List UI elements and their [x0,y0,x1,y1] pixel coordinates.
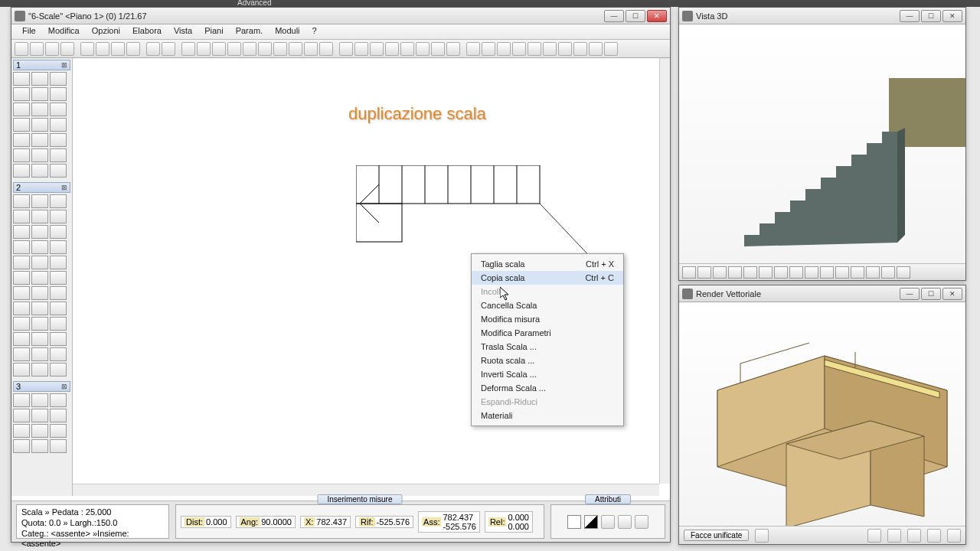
tg2-tool-13[interactable] [31,256,48,269]
tg2-tool-28[interactable] [31,332,48,346]
tg1-tool-5[interactable] [50,87,67,101]
tg2-tool-21[interactable] [13,302,30,315]
ctx-item-4[interactable]: Modifica misura [472,312,623,326]
tg1-tool-15[interactable] [13,148,30,162]
tg2-tool-16[interactable] [31,271,48,285]
vista3d-tool-4[interactable] [743,266,757,279]
tg1-tool-2[interactable] [50,72,67,86]
toolbar-btn-24[interactable] [400,42,414,56]
minimize-button[interactable]: — [604,10,624,22]
main-titlebar[interactable]: "6-Scale" <Piano 1> (0) 1/21.67 — ☐ ✕ [11,8,670,24]
attr-btn-3[interactable] [635,515,648,529]
tg2-tool-32[interactable] [50,347,67,361]
maximize-button[interactable]: ☐ [626,10,645,22]
menu-vista[interactable]: Vista [168,24,198,39]
toolbar-btn-9[interactable] [162,42,175,56]
tg1-tool-16[interactable] [31,148,48,162]
render-close[interactable]: ✕ [942,288,962,300]
tg2-tool-20[interactable] [50,286,67,300]
tg2-tool-9[interactable] [13,240,30,254]
vista3d-close[interactable]: ✕ [942,10,962,22]
ctx-item-0[interactable]: Taglia scalaCtrl + X [472,257,623,271]
render-btn-4[interactable] [907,529,921,543]
tg2-tool-22[interactable] [31,302,48,315]
render-faces-button[interactable]: Facce unificate [684,530,749,541]
tg1-tool-8[interactable] [50,103,67,116]
toolbar-btn-4[interactable] [80,42,94,56]
tg2-tool-10[interactable] [31,240,48,254]
toolbar-btn-18[interactable] [304,42,318,56]
ctx-item-7[interactable]: Ruota scala ... [472,354,623,367]
tg2-tool-11[interactable] [50,240,67,254]
toolbar-btn-28[interactable] [466,42,480,56]
ctx-item-6[interactable]: Trasla Scala ... [472,340,623,354]
attr-color-split[interactable] [584,515,598,529]
tg2-tool-27[interactable] [13,332,30,346]
ctx-item-11[interactable]: Materiali [472,409,623,422]
toolbar-btn-11[interactable] [197,42,211,56]
vista3d-tool-8[interactable] [805,266,818,279]
tg2-tool-35[interactable] [50,363,67,377]
render-maximize[interactable]: ☐ [921,288,941,300]
tg3-tool-3[interactable] [13,409,30,422]
toolbar-btn-12[interactable] [212,42,226,56]
tg2-tool-30[interactable] [13,347,30,361]
toolbar-btn-6[interactable] [111,42,125,56]
render-btn-6[interactable] [947,529,961,543]
tg1-tool-4[interactable] [31,87,48,101]
canvas-vscrollbar[interactable] [659,58,670,484]
toolbar-btn-33[interactable] [543,42,557,56]
vista3d-tool-1[interactable] [697,266,711,279]
render-btn-3[interactable] [887,529,901,543]
tg2-tool-14[interactable] [50,256,67,269]
tg1-tool-9[interactable] [13,118,30,132]
tg3-tool-1[interactable] [31,393,48,407]
vista3d-tool-11[interactable] [851,266,864,279]
tg2-tool-15[interactable] [13,271,30,285]
tg2-tool-7[interactable] [31,225,48,239]
tg1-tool-19[interactable] [31,164,48,178]
tg3-tool-7[interactable] [31,424,48,438]
toolbar-btn-5[interactable] [96,42,109,56]
tg2-tool-8[interactable] [50,225,67,239]
tg2-tool-5[interactable] [50,210,67,223]
tg1-tool-18[interactable] [13,164,30,178]
toolbar-btn-35[interactable] [573,42,587,56]
toolgroup-3-header[interactable]: 3⊠ [13,381,70,392]
ctx-item-3[interactable]: Cancella Scala [472,298,623,312]
toolbar-btn-34[interactable] [558,42,572,56]
ctx-item-8[interactable]: Inverti Scala ... [472,367,623,381]
tg2-tool-29[interactable] [50,332,67,346]
menu-piani[interactable]: Piani [198,24,229,39]
vista3d-maximize[interactable]: ☐ [921,10,941,22]
tg2-tool-1[interactable] [31,194,48,208]
toolgroup-2-header[interactable]: 2⊠ [13,182,70,193]
toolbar-btn-17[interactable] [289,42,302,56]
toolbar-btn-19[interactable] [319,42,333,56]
menubar[interactable]: File Modifica Opzioni Elabora Vista Pian… [11,24,670,40]
tg2-tool-2[interactable] [50,194,67,208]
render-btn-2[interactable] [867,529,881,543]
render-btn-5[interactable] [927,529,941,543]
tg1-tool-0[interactable] [13,72,30,86]
toolbar-btn-7[interactable] [126,42,140,56]
toolbar-btn-30[interactable] [497,42,511,56]
vista3d-tool-14[interactable] [897,266,910,279]
toolbar-btn-23[interactable] [385,42,399,56]
tg3-tool-6[interactable] [13,424,30,438]
toolbar-btn-10[interactable] [181,42,195,56]
toolbar-btn-8[interactable] [146,42,160,56]
vista3d-tool-2[interactable] [713,266,727,279]
toolbar-btn-0[interactable] [15,42,28,56]
toolbar-btn-31[interactable] [512,42,526,56]
tg2-tool-18[interactable] [13,286,30,300]
tg1-tool-6[interactable] [13,103,30,116]
tg2-tool-17[interactable] [50,271,67,285]
tg2-tool-33[interactable] [13,363,30,377]
tg2-tool-6[interactable] [13,225,30,239]
menu-modifica[interactable]: Modifica [42,24,86,39]
toolbar-btn-29[interactable] [482,42,495,56]
tg2-tool-3[interactable] [13,210,30,223]
vista3d-tool-5[interactable] [759,266,773,279]
render-minimize[interactable]: — [900,288,920,300]
